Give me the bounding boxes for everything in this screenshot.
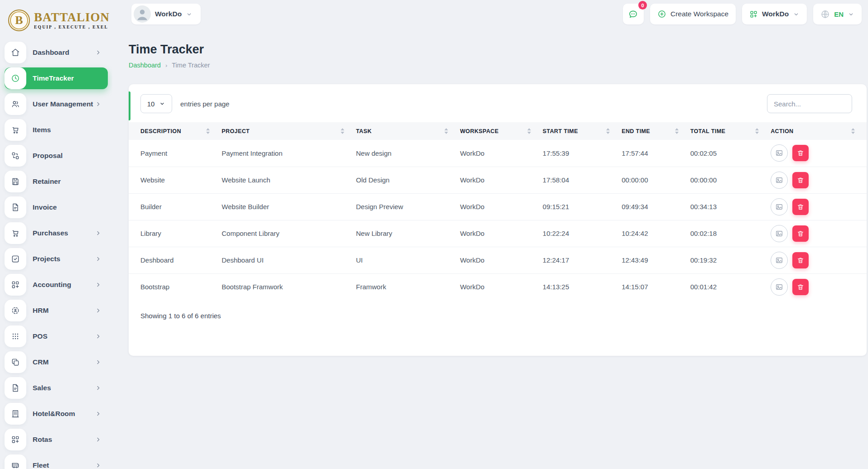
time-tracker-card: 10 entries per page DESCRIPTION PROJECT [129,84,867,356]
chevron-right-icon [95,230,101,236]
sidebar-item-pos[interactable]: POS [5,325,108,347]
brand-tagline: EQUIP , EXECUTE , EXEL [34,25,110,30]
breadcrumb-dashboard-link[interactable]: Dashboard [129,62,161,69]
cell-start-time: 14:13:25 [543,273,622,300]
messages-button[interactable]: 0 [623,4,644,24]
column-header-total-time[interactable]: TOTAL TIME [690,122,771,140]
image-icon [775,203,783,211]
cell-workspace: WorkDo [460,247,542,273]
cell-description: Deshboard [129,247,222,273]
view-screenshot-button[interactable] [771,252,788,269]
workspace-menu-button[interactable]: WorkDo [742,4,807,24]
column-header-description[interactable]: DESCRIPTION [129,122,222,140]
cell-end-time: 00:00:00 [622,167,690,193]
sidebar-item-proposal[interactable]: Proposal [5,145,108,167]
sort-icon[interactable] [341,128,344,134]
globe-icon [820,10,830,19]
sort-icon[interactable] [675,128,679,134]
create-workspace-button[interactable]: Create Workspace [650,4,736,24]
view-screenshot-button[interactable] [771,225,788,242]
cell-end-time: 09:49:34 [622,193,690,220]
entries-per-page-select[interactable]: 10 [140,94,172,113]
sort-icon[interactable] [527,128,531,134]
cell-start-time: 17:55:39 [543,140,622,167]
column-header-project[interactable]: PROJECT [222,122,356,140]
chevron-down-icon [848,11,854,18]
avatar [134,5,151,23]
view-screenshot-button[interactable] [771,278,788,296]
search-input[interactable] [767,94,852,113]
workspace-grid-icon [749,10,758,19]
breadcrumb: Dashboard › Time Tracker [129,62,867,69]
chevron-right-icon [95,307,101,314]
sidebar-item-crm[interactable]: CRM [5,351,108,373]
sidebar-item-projects[interactable]: Projects [5,248,108,270]
page-title: Time Tracker [129,43,867,57]
cell-workspace: WorkDo [460,273,542,300]
chevron-right-icon [95,101,101,107]
view-screenshot-button[interactable] [771,144,788,162]
cell-description: Payment [129,140,222,167]
building-icon [5,403,26,425]
sort-icon[interactable] [444,128,448,134]
sort-icon[interactable] [851,128,855,134]
chevron-right-icon [95,359,101,365]
breadcrumb-current: Time Tracker [172,62,210,69]
sidebar-item-sales[interactable]: Sales [5,377,108,399]
chevron-right-icon [95,333,101,340]
save-icon [5,171,26,192]
grid-plus-icon [5,429,26,450]
plus-circle-icon [657,10,666,19]
check-square-icon [5,248,26,270]
sidebar-item-fleet[interactable]: Fleet [5,455,108,469]
table-row: Builder Website Builder Design Preview W… [129,193,867,220]
delete-button[interactable] [792,145,809,161]
chevron-right-icon [95,436,101,443]
sort-icon[interactable] [606,128,610,134]
cell-description: Library [129,220,222,247]
language-selector[interactable]: EN [813,4,862,24]
sidebar-item-hrm[interactable]: HRM [5,300,108,321]
column-header-end-time[interactable]: END TIME [622,122,690,140]
time-tracker-table: DESCRIPTION PROJECT TASK WORKSPACE START… [129,122,867,300]
sidebar-item-timetracker[interactable]: TimeTracker [5,67,108,89]
delete-button[interactable] [792,199,809,215]
image-icon [775,149,783,157]
trash-icon [797,177,804,184]
column-header-action[interactable]: ACTION [771,122,867,140]
cell-task: Old Design [356,167,460,193]
table-header-row: DESCRIPTION PROJECT TASK WORKSPACE START… [129,122,867,140]
view-screenshot-button[interactable] [771,172,788,189]
table-row: Library Component Library New Library Wo… [129,220,867,247]
sidebar-item-items[interactable]: Items [5,119,108,141]
column-header-task[interactable]: TASK [356,122,460,140]
sidebar-item-accounting[interactable]: Accounting [5,274,108,296]
sidebar-item-rotas[interactable]: Rotas [5,429,108,450]
column-header-workspace[interactable]: WORKSPACE [460,122,542,140]
chevron-right-icon [95,385,101,391]
delete-button[interactable] [792,172,809,188]
cell-total-time: 00:00:00 [690,167,771,193]
sidebar-item-invoice[interactable]: Invoice [5,196,108,218]
workspace-switcher[interactable]: WorkDo [131,4,201,24]
sidebar-item-hotel-room[interactable]: Hotel&Room [5,403,108,425]
delete-button[interactable] [792,225,809,242]
sort-icon[interactable] [206,128,210,134]
delete-button[interactable] [792,252,809,268]
sidebar-item-purchases[interactable]: Purchases [5,222,108,244]
cell-workspace: WorkDo [460,193,542,220]
sidebar-item-dashboard[interactable]: Dashboard [5,42,108,63]
trash-icon [797,230,804,237]
delete-button[interactable] [792,279,809,295]
sort-icon[interactable] [755,128,759,134]
cell-project: Website Builder [222,193,356,220]
view-screenshot-button[interactable] [771,198,788,215]
sidebar-item-user-management[interactable]: User Management [5,93,108,115]
trash-icon [797,283,804,291]
cell-task: New Library [356,220,460,247]
sidebar-item-retainer[interactable]: Retainer [5,171,108,192]
column-header-start-time[interactable]: START TIME [543,122,622,140]
entries-per-page-label: entries per page [180,100,229,108]
cell-project: Deshboard UI [222,247,356,273]
chevron-right-icon [95,411,101,417]
